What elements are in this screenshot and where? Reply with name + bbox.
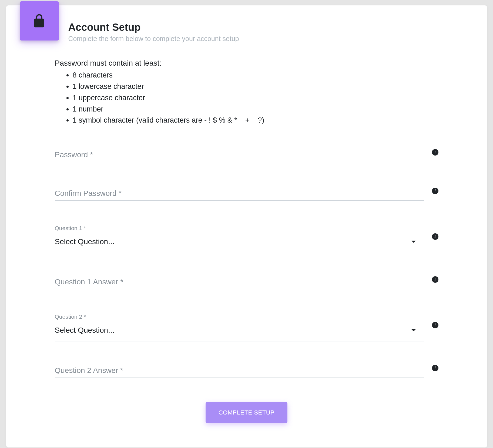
requirement-item: 1 symbol character (valid characters are… xyxy=(73,115,438,126)
password-input[interactable] xyxy=(55,148,424,162)
requirement-item: 1 lowercase character xyxy=(73,81,438,92)
requirement-item: 1 uppercase character xyxy=(73,92,438,104)
requirements-list: 8 characters 1 lowercase character 1 upp… xyxy=(55,70,438,126)
question2-selected: Select Question... xyxy=(55,326,115,335)
complete-setup-button[interactable]: COMPLETE SETUP xyxy=(206,402,287,423)
page-subtitle: Complete the form below to complete your… xyxy=(68,35,239,43)
question2-answer-input[interactable] xyxy=(55,363,424,378)
question1-select[interactable]: Select Question... xyxy=(55,235,424,253)
chevron-down-icon xyxy=(411,241,416,243)
chevron-down-icon xyxy=(411,329,416,331)
requirement-item: 8 characters xyxy=(73,70,438,81)
page-title: Account Setup xyxy=(68,22,239,33)
card-header: Account Setup Complete the form below to… xyxy=(31,22,438,43)
info-icon[interactable]: i xyxy=(432,276,438,283)
account-setup-card: Account Setup Complete the form below to… xyxy=(6,5,487,447)
requirements-heading: Password must contain at least: xyxy=(55,59,438,68)
info-icon[interactable]: i xyxy=(432,149,438,156)
info-icon[interactable]: i xyxy=(432,233,438,240)
question1-label: Question 1 * xyxy=(55,225,424,231)
question2-label: Question 2 * xyxy=(55,314,424,320)
confirm-password-input[interactable] xyxy=(55,186,424,201)
info-icon[interactable]: i xyxy=(432,322,438,328)
requirement-item: 1 number xyxy=(73,104,438,115)
question1-answer-input[interactable] xyxy=(55,275,424,289)
question1-selected: Select Question... xyxy=(55,237,115,246)
lock-icon xyxy=(32,14,47,29)
info-icon[interactable]: i xyxy=(432,188,438,194)
lock-icon-badge xyxy=(20,1,59,41)
question2-select[interactable]: Select Question... xyxy=(55,323,424,342)
info-icon[interactable]: i xyxy=(432,365,438,371)
